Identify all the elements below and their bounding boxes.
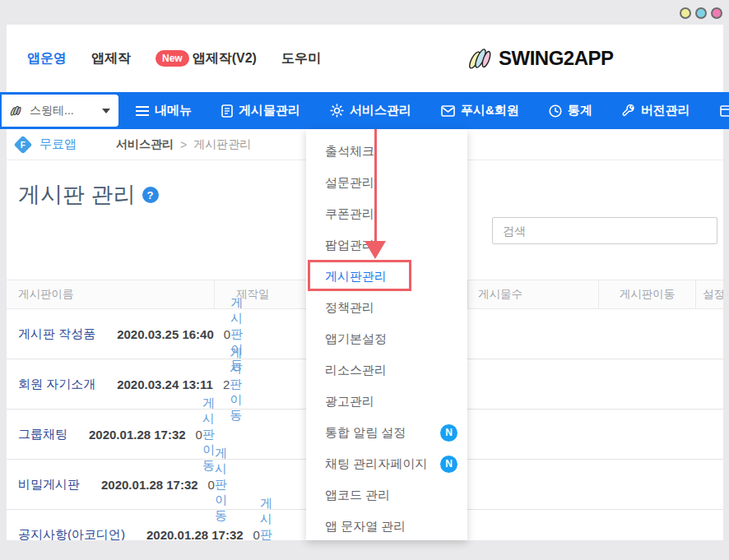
post-count: 0 (196, 428, 202, 442)
dropdown-item-survey[interactable]: 설문관리 (306, 167, 467, 198)
logo-text: SWING2APP (499, 47, 614, 70)
dropdown-item-resource[interactable]: 리소스관리 (306, 354, 467, 386)
dropdown-item-attendance[interactable]: 출석체크 (306, 136, 467, 167)
header-tabs: 앱운영 앱제작 New 앱제작(V2) 도우미 (27, 25, 321, 92)
nav-item-statistics[interactable]: 통계 (549, 103, 592, 118)
service-management-dropdown: 출석체크 설문관리 쿠폰관리 팝업관리 게시판관리 정책관리 앱기본설정 리소스… (306, 129, 467, 540)
created-date: 2020.03.25 16:40 (117, 327, 214, 341)
caret-down-icon (102, 109, 110, 113)
header: 앱운영 앱제작 New 앱제작(V2) 도우미 SWING2APP (7, 25, 723, 92)
nav-item-my-menu[interactable]: 내메뉴 (136, 103, 192, 118)
new-feature-badge: N (440, 456, 457, 473)
post-count: 2 (223, 377, 230, 391)
window-button-pink[interactable] (711, 7, 722, 19)
dropdown-item-coupon[interactable]: 쿠폰관리 (306, 198, 467, 229)
nav-item-post-management[interactable]: 게시물관리 (221, 103, 300, 118)
nav-label: 게시물관리 (239, 103, 300, 118)
annotation-highlight-box (308, 260, 411, 291)
window-controls (680, 7, 722, 19)
nav-label: 버전관리 (641, 103, 690, 118)
badge-letter: F (21, 140, 26, 149)
swing-petals-icon (467, 46, 495, 71)
card-icon (720, 105, 729, 117)
annotation-arrow-line (374, 129, 377, 243)
dropdown-item-app-basic-settings[interactable]: 앱기본설정 (306, 323, 467, 354)
board-move-link[interactable]: 게시판이동 (260, 496, 272, 541)
created-date: 2020.03.24 13:11 (117, 377, 213, 391)
post-count: 0 (253, 528, 260, 541)
dropdown-item-notification-settings[interactable]: 통합 알림 설정 N (306, 417, 467, 448)
window-button-blue[interactable] (695, 7, 707, 19)
breadcrumb-path: 서비스관리 > 게시판관리 (116, 137, 251, 152)
board-name-link[interactable]: 게시판 작성품 (18, 326, 95, 340)
dropdown-item-chat-admin-page[interactable]: 채팅 관리자페이지 N (306, 448, 467, 479)
nav-items: 내메뉴 게시물관리 서 (136, 103, 729, 118)
nav-item-payment[interactable]: 결제 (720, 103, 729, 118)
column-header-move: 게시판이동 (598, 280, 695, 309)
post-count: 0 (224, 327, 230, 341)
selected-app-name: 스윙테... (30, 104, 95, 118)
dropdown-item-app-code[interactable]: 앱코드 관리 (306, 479, 467, 511)
window-button-yellow[interactable] (680, 7, 691, 19)
tab-helper[interactable]: 도우미 (281, 50, 321, 67)
swing-petals-icon (10, 104, 23, 117)
tab-app-create-v2[interactable]: 앱제작(V2) (193, 50, 257, 67)
new-badge: New (156, 50, 189, 67)
menu-icon (136, 105, 149, 117)
dropdown-item-popup[interactable]: 팝업관리 (306, 229, 467, 261)
tab-app-create-v2-group[interactable]: New 앱제작(V2) (156, 50, 257, 67)
wrench-icon (622, 104, 635, 118)
dropdown-item-app-strings[interactable]: 앱 문자열 관리 (306, 511, 467, 542)
board-name-link[interactable]: 회원 자기소개 (18, 377, 95, 391)
page-title-row: 게시판 관리 ? (18, 180, 159, 210)
clock-icon (549, 104, 562, 118)
app-selector-dropdown[interactable]: 스윙테... (2, 95, 118, 127)
dropdown-item-label: 통합 알림 설정 (325, 425, 406, 441)
board-move-link[interactable]: 게시판이동 (202, 396, 215, 472)
nav-item-service-management[interactable]: 서비스관리 (330, 103, 411, 118)
column-header-settings: 설정/삭제 (695, 280, 723, 309)
created-date: 2020.01.28 17:32 (101, 478, 198, 492)
page-title: 게시판 관리 (18, 180, 136, 210)
new-feature-badge: N (440, 424, 457, 442)
search-input[interactable] (492, 217, 717, 244)
free-app-link[interactable]: 무료앱 (39, 137, 77, 152)
dropdown-item-label: 채팅 관리자페이지 (325, 456, 427, 472)
free-app-badge-icon: F (14, 135, 33, 154)
nav-label: 내메뉴 (155, 103, 192, 118)
board-name-link[interactable]: 공지사항(아코디언) (18, 527, 125, 541)
mail-icon (441, 105, 455, 117)
created-date: 2020.01.28 17:32 (146, 528, 244, 541)
nav-label: 푸시&회원 (461, 103, 519, 118)
created-date: 2020.01.28 17:32 (89, 428, 186, 442)
post-count: 0 (208, 478, 215, 492)
screen: 앱운영 앱제작 New 앱제작(V2) 도우미 SWING2APP 내메뉴 (0, 0, 729, 560)
breadcrumb-current: 게시판관리 (193, 137, 251, 152)
tab-app-operation[interactable]: 앱운영 (27, 50, 67, 67)
annotation-arrow-head (364, 241, 386, 259)
nav-label: 통계 (568, 103, 592, 118)
document-icon (221, 104, 233, 118)
board-name-link[interactable]: 비밀게시판 (18, 477, 80, 491)
swing2app-logo: SWING2APP (467, 25, 614, 92)
breadcrumb-separator: > (180, 138, 187, 151)
dropdown-item-policy[interactable]: 정책관리 (306, 292, 467, 323)
dropdown-item-ads[interactable]: 광고관리 (306, 386, 467, 417)
nav-item-version-management[interactable]: 버전관리 (622, 103, 690, 118)
board-move-link[interactable]: 게시판이동 (230, 345, 242, 422)
board-name-link[interactable]: 그룹채팅 (18, 427, 67, 441)
board-move-link[interactable]: 게시판이동 (215, 446, 227, 522)
help-icon[interactable]: ? (142, 187, 159, 203)
nav-item-push-members[interactable]: 푸시&회원 (441, 103, 519, 118)
column-header-count: 게시물수 (467, 280, 598, 309)
nav-label: 서비스관리 (350, 103, 411, 118)
column-header-name: 게시판이름 (7, 280, 214, 309)
gear-icon (330, 104, 344, 118)
tab-app-create[interactable]: 앱제작 (91, 50, 131, 67)
breadcrumb-section[interactable]: 서비스관리 (116, 137, 174, 152)
main-navbar: 내메뉴 게시물관리 서 (0, 92, 729, 129)
